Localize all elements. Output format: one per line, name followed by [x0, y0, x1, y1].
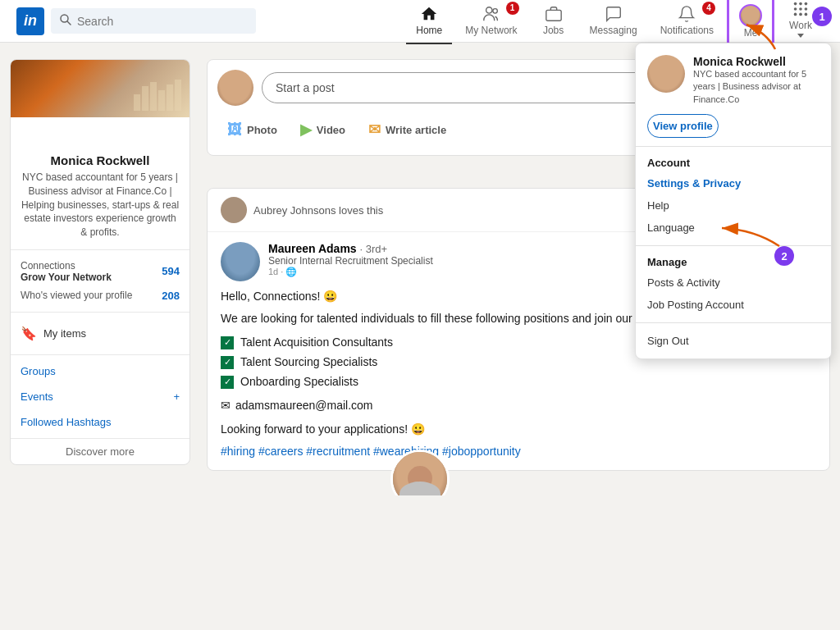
notifications-badge: 4: [702, 2, 715, 15]
connections-count: 594: [162, 265, 180, 277]
article-icon: ✉: [368, 121, 381, 139]
post-user-avatar: [221, 242, 260, 281]
sidebar-profile-body: Monica Rockwell NYC based accountant for…: [11, 117, 189, 249]
sign-out-item[interactable]: Sign Out: [636, 330, 831, 352]
nav-label-notifications: Notifications: [660, 25, 714, 36]
svg-point-10: [805, 7, 808, 11]
sidebar-profile-name: Monica Rockwell: [21, 153, 180, 167]
sidebar-hashtags-link[interactable]: Followed Hashtags: [11, 409, 189, 435]
article-action[interactable]: ✉ Write article: [358, 114, 456, 145]
svg-point-2: [486, 7, 492, 12]
settings-privacy-item[interactable]: Settings & Privacy: [636, 172, 831, 194]
views-label: Who's viewed your profile: [21, 290, 132, 301]
help-item[interactable]: Help: [636, 194, 831, 217]
sign-out-section: Sign Out: [636, 322, 831, 358]
sidebar: Monica Rockwell NYC based accountant for…: [10, 59, 190, 479]
post-compose-avatar: [217, 70, 253, 106]
svg-marker-14: [797, 34, 804, 38]
activity-avatar: [221, 197, 247, 223]
annotation-1: 1: [812, 7, 832, 26]
profile-cover: [11, 60, 189, 117]
video-icon: ▶: [300, 121, 312, 139]
dropdown-bio: NYC based accountant for 5 years | Busin…: [693, 68, 819, 106]
search-box[interactable]: [51, 8, 256, 34]
nav-label-messaging: Messaging: [590, 25, 637, 36]
nav-label-network: My Network: [465, 25, 517, 36]
svg-point-6: [799, 2, 802, 5]
job-posting-item[interactable]: Job Posting Account: [636, 294, 831, 316]
svg-point-3: [493, 8, 498, 12]
check-icon-0: ✓: [221, 336, 234, 349]
video-action[interactable]: ▶ Video: [290, 114, 355, 145]
account-section: Account Settings & Privacy Help Language: [636, 146, 831, 245]
nav-label-work: Work: [789, 20, 812, 31]
svg-point-11: [794, 12, 797, 16]
sidebar-stats: Connections Grow Your Network 594 Who's …: [11, 249, 189, 312]
nav-label-home: Home: [416, 25, 442, 36]
network-badge: 1: [506, 2, 519, 15]
svg-point-5: [794, 2, 797, 5]
nav-item-messaging[interactable]: Messaging: [580, 0, 647, 44]
photo-action[interactable]: 🖼 Photo: [217, 114, 287, 145]
svg-rect-19: [167, 84, 173, 111]
search-input[interactable]: [77, 15, 248, 28]
svg-rect-18: [158, 90, 165, 111]
dropdown-profile-row: Monica Rockwell NYC based accountant for…: [636, 43, 831, 114]
manage-section-title: Manage: [636, 253, 831, 272]
views-count: 208: [162, 290, 180, 302]
sidebar-my-items[interactable]: 🔖 My items: [11, 319, 189, 348]
svg-point-7: [805, 2, 808, 5]
svg-point-8: [794, 7, 797, 11]
nav-item-notifications[interactable]: 4 Notifications: [651, 0, 724, 44]
bookmark-icon: 🔖: [21, 326, 37, 341]
search-icon: [59, 13, 72, 29]
email-row: ✉ adamsmaureen@mail.com: [221, 397, 816, 414]
email-address: adamsmaureen@mail.com: [235, 397, 373, 414]
me-avatar: [739, 4, 762, 27]
view-profile-button[interactable]: View profile: [647, 114, 719, 138]
svg-point-9: [799, 7, 802, 11]
check-icon-2: ✓: [221, 376, 234, 389]
svg-point-13: [805, 12, 808, 16]
sidebar-nav: 🔖 My items: [11, 312, 189, 354]
nav-label-me: Me: [744, 27, 758, 39]
sidebar-links: Groups Events + Followed Hashtags: [11, 354, 189, 438]
main-nav: Home 1 My Network Jobs Mes: [406, 0, 824, 49]
posts-activity-item[interactable]: Posts & Activity: [636, 272, 831, 294]
check-icon-1: ✓: [221, 356, 234, 369]
language-item[interactable]: Language: [636, 217, 831, 239]
grow-network-label: Grow Your Network: [21, 272, 112, 283]
svg-rect-20: [175, 80, 181, 111]
nav-item-me[interactable]: Me: [727, 0, 774, 48]
sidebar-groups-link[interactable]: Groups: [11, 358, 189, 384]
dropdown-profile-info: Monica Rockwell NYC based accountant for…: [693, 55, 819, 106]
nav-item-home[interactable]: Home: [406, 0, 452, 44]
post-hashtags: #hiring #careers #recruitment #wearehiri…: [221, 443, 816, 460]
annotation-2: 2: [774, 246, 794, 266]
header: in Home 1 My Network: [0, 0, 840, 43]
globe-icon: · 🌐: [281, 267, 297, 276]
sidebar-events-link[interactable]: Events +: [11, 384, 189, 409]
account-section-title: Account: [636, 153, 831, 172]
sidebar-profile-bio: NYC based accountant for 5 years | Busin…: [21, 171, 180, 240]
job-item-2: ✓ Onboarding Specialists: [221, 373, 816, 390]
profile-card: Monica Rockwell NYC based accountant for…: [10, 59, 190, 465]
discover-more-btn[interactable]: Discover more: [11, 438, 189, 464]
connections-stat[interactable]: Connections Grow Your Network 594: [21, 257, 180, 286]
me-dropdown: Monica Rockwell NYC based accountant for…: [635, 43, 832, 359]
svg-rect-4: [546, 10, 560, 21]
nav-item-jobs[interactable]: Jobs: [531, 0, 577, 44]
nav-label-jobs: Jobs: [543, 25, 564, 36]
photo-icon: 🖼: [227, 121, 242, 139]
nav-item-network[interactable]: 1 My Network: [455, 0, 527, 44]
dropdown-name: Monica Rockwell: [693, 55, 819, 68]
dropdown-avatar: [647, 55, 685, 93]
add-event-icon[interactable]: +: [173, 390, 180, 403]
svg-point-12: [799, 12, 802, 16]
post-closing: Looking forward to your applications! 😀: [221, 421, 816, 438]
linkedin-logo[interactable]: in: [16, 7, 44, 35]
svg-rect-17: [150, 82, 157, 111]
profile-views-stat[interactable]: Who's viewed your profile 208: [21, 286, 180, 305]
svg-rect-16: [142, 86, 148, 111]
manage-section: Manage Posts & Activity Job Posting Acco…: [636, 245, 831, 322]
